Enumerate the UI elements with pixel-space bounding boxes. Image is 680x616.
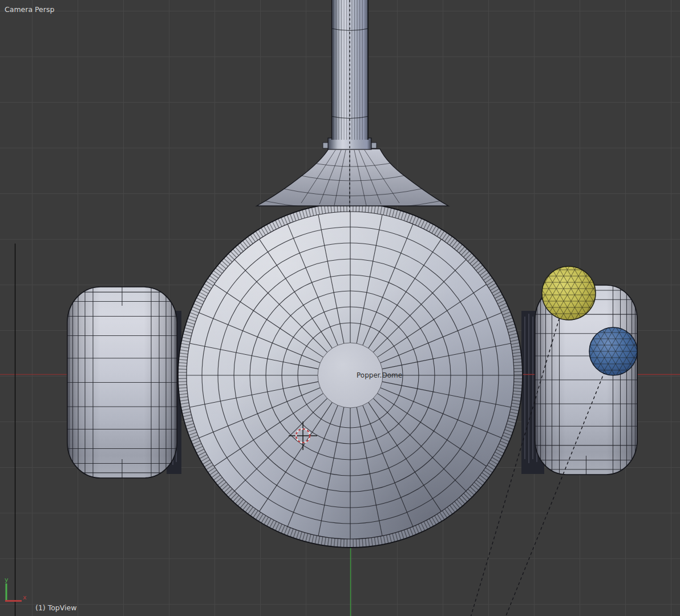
popper-dome-object[interactable] (178, 203, 523, 548)
view-name-label: (1) TopView (35, 603, 76, 612)
view-mode-label: Camera Persp (5, 5, 54, 14)
gizmo-x-label: x (23, 594, 27, 601)
3d-viewport[interactable]: y x Camera Persp (1) TopView Popper.Dome (0, 0, 680, 616)
object-name-label: Popper.Dome (357, 371, 402, 379)
gizmo-y-label: y (5, 576, 9, 583)
blue-sphere[interactable] (589, 327, 637, 375)
viewport-scene: y x Camera Persp (1) TopView Popper.Dome (0, 0, 680, 616)
left-wheel[interactable] (67, 287, 177, 478)
yellow-sphere[interactable] (542, 266, 596, 320)
